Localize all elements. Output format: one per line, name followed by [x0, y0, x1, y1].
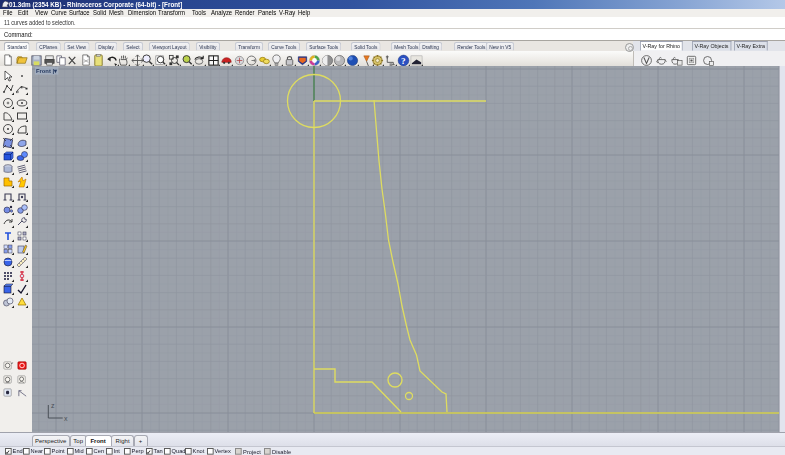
svg-text:x: x	[64, 415, 68, 422]
svg-text:?: ?	[401, 56, 406, 66]
svg-text:z: z	[51, 402, 55, 409]
